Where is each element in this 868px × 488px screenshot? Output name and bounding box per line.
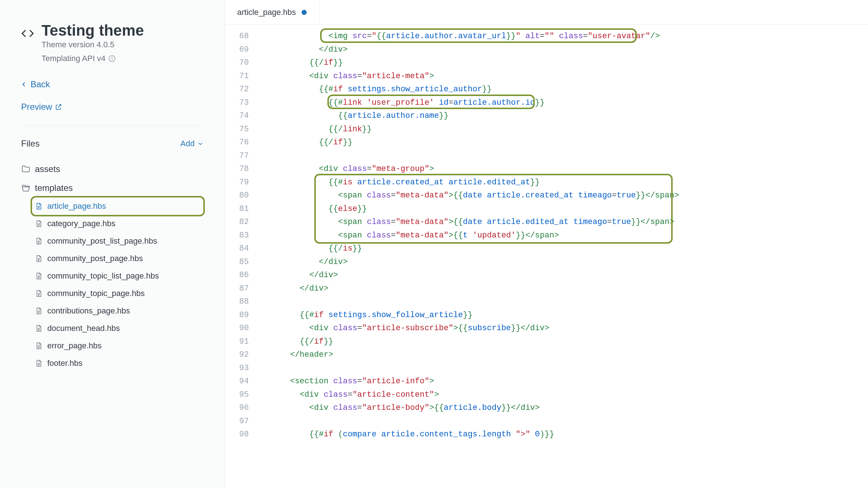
back-button[interactable]: Back (21, 79, 203, 89)
code-line[interactable]: {{/link}} (261, 123, 868, 136)
tab-filename: article_page.hbs (237, 8, 296, 17)
code-line[interactable]: </div> (261, 43, 868, 57)
file-community_topic_page-hbs[interactable]: community_topic_page.hbs (32, 285, 203, 302)
code-line[interactable] (261, 362, 868, 375)
add-button[interactable]: Add (180, 139, 203, 148)
code-line[interactable]: {{#if (compare article.content_tags.leng… (261, 428, 868, 441)
file-tree: assetstemplatesarticle_page.hbscategory_… (21, 160, 203, 372)
file-article_page-hbs[interactable]: article_page.hbs (32, 197, 203, 215)
code-line[interactable]: {{#if settings.show_follow_article}} (261, 309, 868, 322)
unsaved-dot-icon (302, 10, 307, 15)
tabs-bar: article_page.hbs (225, 0, 868, 25)
line-number-gutter: 6869707172737475767778798081828384858687… (225, 30, 258, 488)
info-icon[interactable] (108, 55, 116, 62)
folder-assets[interactable]: assets (21, 160, 203, 179)
code-line[interactable]: </header> (261, 348, 868, 362)
file-category_page-hbs[interactable]: category_page.hbs (32, 215, 203, 232)
files-label: Files (21, 139, 40, 149)
files-section-header: Files Add (21, 139, 203, 149)
tab-article-page[interactable]: article_page.hbs (225, 0, 319, 24)
code-line[interactable]: <div class="article-subscribe">{{subscri… (261, 322, 868, 335)
code-line[interactable] (261, 149, 868, 163)
folder-templates[interactable]: templates (21, 179, 203, 197)
code-icon (21, 27, 34, 40)
code-line[interactable]: {{#link 'user_profile' id=article.author… (261, 96, 868, 110)
file-footer-hbs[interactable]: footer.hbs (32, 355, 203, 372)
code-line[interactable]: {{else}} (261, 203, 868, 216)
code-line[interactable]: {{/is}} (261, 242, 868, 256)
code-lines[interactable]: <img src="{{article.author.avatar_url}}"… (258, 30, 868, 488)
theme-version: Theme version 4.0.5 (41, 40, 144, 49)
code-line[interactable]: {{#if settings.show_article_author}} (261, 83, 868, 96)
code-line[interactable] (261, 295, 868, 309)
code-line[interactable]: {{/if}} (261, 335, 868, 349)
code-line[interactable]: {{/if}} (261, 136, 868, 149)
file-document_head-hbs[interactable]: document_head.hbs (32, 320, 203, 337)
external-link-icon (55, 103, 62, 111)
code-line[interactable]: <img src="{{article.author.avatar_url}}"… (261, 30, 868, 43)
code-line[interactable]: </div> (261, 269, 868, 282)
chevron-down-icon (198, 141, 203, 147)
preview-button[interactable]: Preview (21, 102, 203, 112)
code-line[interactable]: </div> (261, 282, 868, 296)
templating-api-label: Templating API v4 (41, 54, 105, 63)
code-line[interactable]: {{#is article.created_at article.edited_… (261, 176, 868, 189)
file-error_page-hbs[interactable]: error_page.hbs (32, 337, 203, 355)
add-label: Add (180, 139, 195, 148)
preview-label: Preview (21, 102, 52, 112)
file-community_post_page-hbs[interactable]: community_post_page.hbs (32, 250, 203, 267)
code-line[interactable]: {{article.author.name}} (261, 109, 868, 123)
code-line[interactable]: <section class="article-info"> (261, 375, 868, 388)
file-community_topic_list_page-hbs[interactable]: community_topic_list_page.hbs (32, 267, 203, 285)
templating-api: Templating API v4 (41, 54, 144, 63)
code-line[interactable]: <span class="meta-data">{{t 'updated'}}<… (261, 229, 868, 243)
code-line[interactable]: <div class="meta-group"> (261, 163, 868, 176)
code-line[interactable]: </div> (261, 256, 868, 269)
code-line[interactable]: {{/if}} (261, 56, 868, 70)
theme-header: Testing theme Theme version 4.0.5 Templa… (21, 22, 203, 63)
code-line[interactable]: <div class="article-body">{{article.body… (261, 401, 868, 415)
theme-title: Testing theme (41, 22, 144, 39)
sidebar: Testing theme Theme version 4.0.5 Templa… (0, 0, 225, 488)
code-line[interactable]: <span class="meta-data">{{date article.e… (261, 216, 868, 229)
code-line[interactable]: <div class="article-meta"> (261, 70, 868, 83)
editor-pane: article_page.hbs 68697071727374757677787… (225, 0, 868, 488)
svg-point-2 (112, 57, 112, 57)
file-contributions_page-hbs[interactable]: contributions_page.hbs (32, 302, 203, 320)
chevron-left-icon (21, 81, 27, 87)
sidebar-divider (21, 126, 203, 126)
theme-info: Testing theme Theme version 4.0.5 Templa… (41, 22, 144, 63)
code-line[interactable] (261, 415, 868, 428)
back-label: Back (31, 79, 50, 89)
file-community_post_list_page-hbs[interactable]: community_post_list_page.hbs (32, 232, 203, 250)
code-line[interactable]: <div class="article-content"> (261, 388, 868, 402)
code-line[interactable]: <span class="meta-data">{{date article.c… (261, 189, 868, 203)
code-editor[interactable]: 6869707172737475767778798081828384858687… (225, 25, 868, 488)
